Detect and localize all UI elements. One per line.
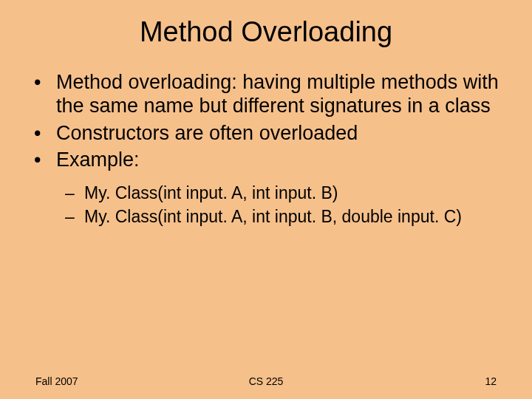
slide: Method Overloading Method overloading: h…	[0, 0, 532, 399]
slide-body: Method overloading: having multiple meth…	[0, 48, 532, 228]
bullet-list: Method overloading: having multiple meth…	[30, 70, 502, 172]
bullet-item: Example:	[30, 148, 502, 171]
footer-left: Fall 2007	[35, 375, 78, 387]
sub-bullet-item: My. Class(int input. A, int input. B)	[65, 183, 502, 204]
bullet-item: Constructors are often overloaded	[30, 121, 502, 145]
footer-center: CS 225	[249, 375, 284, 387]
sub-bullet-item: My. Class(int input. A, int input. B, do…	[65, 206, 502, 228]
bullet-item: Method overloading: having multiple meth…	[30, 70, 502, 118]
slide-footer: Fall 2007 CS 225 12	[0, 375, 532, 387]
sub-bullet-list: My. Class(int input. A, int input. B) My…	[30, 183, 502, 228]
footer-right: 12	[485, 375, 497, 387]
slide-title: Method Overloading	[0, 0, 532, 48]
